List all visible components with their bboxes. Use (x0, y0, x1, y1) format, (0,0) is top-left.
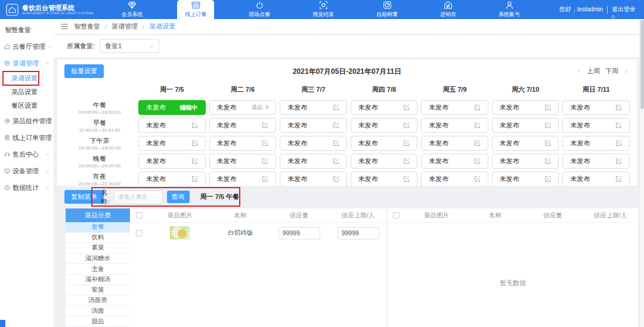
top-nav-item[interactable]: 自助称量 (369, 0, 405, 19)
sidebar-item[interactable]: 云餐厅管理 (0, 38, 54, 55)
menu-cell[interactable]: 未发布 (421, 100, 488, 115)
sidebar-item[interactable]: 菜品组件管理 (0, 113, 54, 129)
breadcrumb-item[interactable]: 菜谱管理 (112, 22, 138, 31)
edit-icon[interactable] (191, 122, 198, 129)
edit-icon[interactable] (403, 158, 410, 164)
breadcrumb-item[interactable]: 菜谱设置 (149, 22, 175, 31)
menu-cell[interactable]: 未发布 (492, 100, 559, 115)
menu-cell[interactable]: 未发布 (209, 172, 277, 186)
menu-cell[interactable]: 未发布编辑中 (138, 100, 206, 115)
next-week-link[interactable]: 下周 (605, 67, 618, 76)
menu-cell[interactable]: 未发布 (209, 118, 277, 133)
edit-icon[interactable] (474, 140, 481, 147)
edit-icon[interactable] (544, 122, 551, 129)
category-item[interactable]: 滋润糖水 (66, 254, 130, 264)
limit-input[interactable] (338, 227, 379, 239)
sidebar-item[interactable]: 售后中心 (0, 146, 54, 163)
menu-cell[interactable]: 未发布 (492, 172, 559, 186)
category-item[interactable]: 套餐 (66, 222, 130, 233)
category-item[interactable]: 饮料 (66, 233, 130, 244)
select-all-checkbox[interactable] (393, 212, 400, 219)
menu-cell[interactable]: 未发布 (562, 172, 630, 186)
sidebar-subitem[interactable]: 餐区设置 (0, 99, 54, 113)
edit-icon[interactable] (403, 122, 410, 129)
edit-icon[interactable] (615, 158, 622, 164)
menu-cell[interactable]: 未发布 (421, 172, 488, 186)
menu-cell[interactable]: 未发布 (421, 118, 488, 133)
menu-cell[interactable]: 未发布 (562, 118, 630, 133)
menu-cell[interactable]: 未发布 (351, 154, 418, 169)
category-item[interactable]: 滋补靓汤 (66, 275, 130, 285)
menu-cell[interactable]: 未发布 (562, 136, 630, 151)
menu-cell[interactable]: 未发布 (351, 172, 418, 186)
edit-icon[interactable] (403, 104, 410, 111)
top-nav-item[interactable]: 现场点餐 (241, 0, 278, 19)
menu-cell[interactable]: 未发布 (280, 118, 347, 133)
sidebar-item[interactable]: 设备管理 (0, 163, 54, 179)
edit-icon[interactable] (333, 158, 339, 164)
menu-cell[interactable]: 未发布 (138, 118, 206, 133)
sidebar-item[interactable]: 线上订单管理 (0, 129, 54, 146)
top-nav-item[interactable]: 视觉结算 (305, 0, 342, 19)
sidebar-item[interactable]: 菜谱管理 (0, 55, 54, 71)
search-button[interactable]: 查询 (167, 191, 190, 203)
vertical-scrollbar[interactable] (639, 19, 644, 327)
menu-cell[interactable]: 未发布 (280, 172, 347, 186)
top-nav-item[interactable]: 会员系统 (113, 0, 150, 19)
edit-icon[interactable] (262, 176, 268, 182)
category-item[interactable]: 汤面类 (66, 295, 130, 306)
menu-cell[interactable]: 未发布 (421, 154, 488, 169)
edit-icon[interactable] (544, 140, 551, 147)
canteen-select[interactable]: 食堂1 (100, 39, 159, 53)
edit-icon[interactable] (544, 176, 551, 182)
edit-icon[interactable] (333, 122, 339, 129)
category-item[interactable]: 荤菜 (66, 285, 130, 296)
menu-cell[interactable]: 未发布 (138, 172, 206, 186)
edit-icon[interactable] (474, 158, 481, 164)
top-nav-item[interactable]: 进销存 (432, 0, 464, 19)
edit-icon[interactable] (333, 176, 339, 182)
menu-cell[interactable]: 未发布 (421, 136, 488, 151)
edit-icon[interactable] (262, 140, 268, 147)
menu-cell[interactable]: 未发布 (280, 154, 347, 169)
menu-cell[interactable]: 未发布 (280, 136, 347, 151)
edit-icon[interactable] (615, 140, 622, 147)
collapse-menu-icon[interactable] (61, 23, 69, 30)
dish-name-input[interactable] (114, 191, 163, 204)
breadcrumb-item[interactable]: 智慧食堂 (74, 22, 100, 31)
edit-icon[interactable] (615, 176, 622, 182)
sidebar-subitem[interactable]: 菜谱设置 (0, 71, 54, 85)
menu-cell[interactable]: 未发布 (351, 136, 418, 151)
supply-input[interactable] (278, 227, 320, 239)
edit-icon[interactable] (615, 122, 622, 129)
prev-week-link[interactable]: 上周 (587, 67, 600, 76)
scrollbar-thumb[interactable] (640, 20, 644, 109)
menu-cell[interactable]: 未发布 (280, 100, 347, 115)
sidebar-item[interactable]: 数据统计 (0, 179, 54, 196)
edit-icon[interactable] (403, 140, 410, 147)
category-item[interactable]: 素菜 (66, 243, 130, 254)
menu-cell[interactable]: 未发布 (562, 100, 630, 115)
menu-cell[interactable]: 未发布 (138, 136, 206, 151)
menu-cell[interactable]: 未发布 (209, 136, 277, 151)
top-nav-item[interactable]: 系统账号 (491, 0, 528, 19)
edit-icon[interactable] (474, 122, 481, 129)
menu-cell[interactable]: 未发布 (209, 154, 277, 169)
edit-icon[interactable] (333, 140, 339, 147)
edit-icon[interactable] (191, 140, 198, 147)
menu-cell[interactable]: 未发布菜品: 0 (209, 100, 277, 115)
edit-icon[interactable] (191, 176, 198, 182)
row-checkbox[interactable] (136, 230, 143, 236)
edit-icon[interactable] (615, 104, 622, 111)
menu-cell[interactable]: 未发布 (492, 136, 559, 151)
menu-cell[interactable]: 未发布 (492, 154, 559, 169)
menu-cell[interactable]: 未发布 (351, 100, 418, 115)
menu-cell[interactable]: 未发布 (351, 118, 418, 133)
menu-cell[interactable]: 未发布 (492, 118, 559, 133)
edit-icon[interactable] (474, 104, 481, 111)
top-nav-item[interactable]: 线上订餐 (177, 0, 214, 19)
batch-set-button[interactable]: 批量设置 (64, 64, 104, 78)
edit-icon[interactable] (403, 176, 410, 182)
category-item[interactable]: 主食 (66, 264, 130, 275)
menu-cell[interactable]: 未发布 (138, 154, 206, 169)
